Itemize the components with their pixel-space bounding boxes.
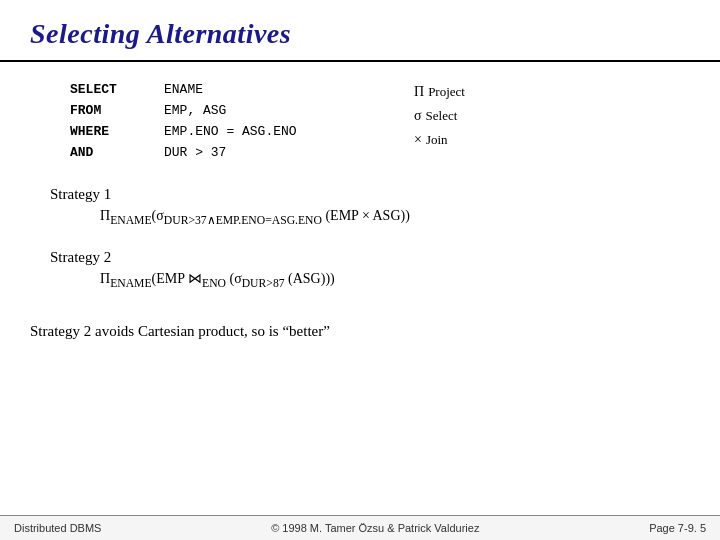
times-symbol: × — [414, 132, 422, 148]
main-content: SELECT ENAME FROM EMP, ASG WHERE EMP.ENO… — [0, 62, 720, 515]
legend: Π Project σ Select × Join — [410, 82, 469, 150]
page-container: Selecting Alternatives SELECT ENAME FROM… — [0, 0, 720, 540]
pi-symbol: Π — [414, 84, 424, 100]
legend-join: × Join — [410, 130, 469, 150]
sql-and-legend: SELECT ENAME FROM EMP, ASG WHERE EMP.ENO… — [30, 80, 690, 172]
sql-keyword-where: WHERE — [70, 122, 160, 141]
legend-select: σ Select — [410, 106, 469, 126]
strategy-1-formula: ΠENAME(σDUR>37∧EMP.ENO=ASG.ENO (EMP × AS… — [100, 205, 690, 229]
sigma-symbol: σ — [414, 108, 422, 124]
legend-project-label: Project — [428, 84, 465, 100]
footer-center: © 1998 M. Tamer Özsu & Patrick Valduriez — [271, 522, 479, 534]
strategy-2-section: Strategy 2 ΠENAME(EMP ⋈ENO (σDUR>87 (ASG… — [50, 249, 690, 298]
legend-select-label: Select — [426, 108, 458, 124]
sql-keyword-from: FROM — [70, 101, 160, 120]
page-title: Selecting Alternatives — [30, 18, 690, 50]
sql-table: SELECT ENAME FROM EMP, ASG WHERE EMP.ENO… — [70, 80, 380, 162]
legend-join-label: Join — [426, 132, 448, 148]
sql-value-where: EMP.ENO = ASG.ENO — [160, 122, 380, 141]
sql-value-and: DUR > 37 — [160, 143, 380, 162]
footer-left: Distributed DBMS — [14, 522, 101, 534]
footer: Distributed DBMS © 1998 M. Tamer Özsu & … — [0, 515, 720, 540]
strategy-2-label: Strategy 2 — [50, 249, 690, 266]
legend-project: Π Project — [410, 82, 469, 102]
sql-value-ename: ENAME — [160, 80, 380, 99]
footer-right: Page 7-9. 5 — [649, 522, 706, 534]
sql-keyword-and: AND — [70, 143, 160, 162]
sql-value-from: EMP, ASG — [160, 101, 380, 120]
title-section: Selecting Alternatives — [0, 0, 720, 62]
sql-keyword-select: SELECT — [70, 80, 160, 99]
conclusion-text: Strategy 2 avoids Cartesian product, so … — [30, 323, 690, 340]
strategy-2-formula: ΠENAME(EMP ⋈ENO (σDUR>87 (ASG))) — [100, 268, 690, 292]
strategy-1-label: Strategy 1 — [50, 186, 690, 203]
strategy-1-section: Strategy 1 ΠENAME(σDUR>37∧EMP.ENO=ASG.EN… — [50, 186, 690, 235]
